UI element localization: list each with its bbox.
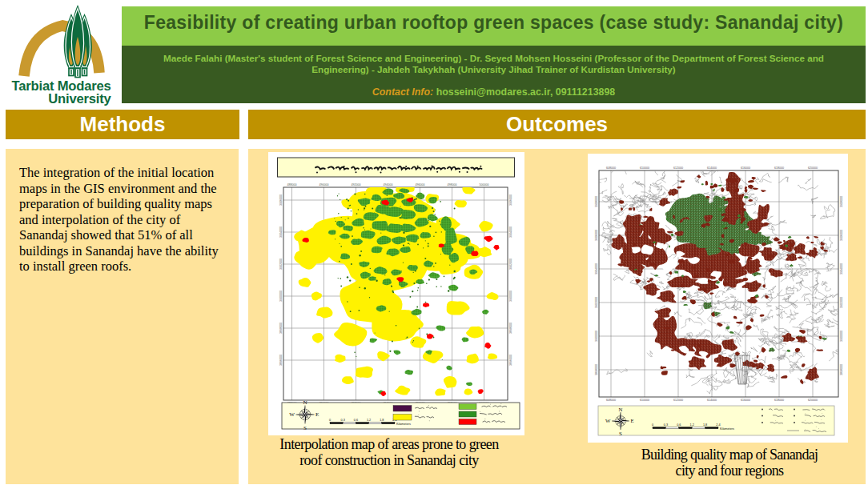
svg-text:490000: 490000 [319,183,329,186]
svg-text:620000: 620000 [808,399,818,402]
svg-text:612000: 612000 [673,166,683,170]
svg-text:3900000: 3900000 [840,331,843,342]
svg-text:S: S [303,425,307,431]
svg-text:3896000: 3896000 [509,355,512,366]
svg-text:0.3: 0.3 [664,423,668,427]
svg-text:W: W [605,418,611,423]
svg-text:0.3: 0.3 [341,419,345,422]
svg-text:1.2: 1.2 [367,419,371,422]
svg-text:612000: 612000 [673,399,683,402]
svg-text:3900000: 3900000 [509,291,512,302]
svg-text:614000: 614000 [707,399,717,402]
svg-text:Kilometers: Kilometers [396,423,411,426]
svg-text:616000: 616000 [741,399,750,402]
svg-text:494000: 494000 [384,183,393,186]
svg-text:3900000: 3900000 [595,331,598,342]
svg-text:3904000: 3904000 [595,263,598,275]
svg-text:3898000: 3898000 [595,364,598,375]
svg-text:E: E [315,411,319,418]
svg-text:616000: 616000 [741,166,750,170]
svg-text:3906000: 3906000 [279,194,283,206]
svg-text:N: N [619,407,623,412]
svg-text:3900000: 3900000 [279,291,283,302]
svg-text:0.6: 0.6 [354,419,358,422]
svg-text:3906000: 3906000 [509,194,512,206]
svg-text:0.6: 0.6 [677,423,681,427]
svg-text:3902000: 3902000 [279,259,283,270]
svg-text:618000: 618000 [774,399,784,402]
svg-text:608000: 608000 [606,399,616,402]
svg-text:614000: 614000 [707,166,717,170]
svg-text:E: E [631,418,634,423]
svg-text:1.2: 1.2 [690,423,694,427]
svg-text:3904000: 3904000 [840,263,843,275]
svg-text:3902000: 3902000 [595,297,598,308]
svg-text:N: N [303,399,307,406]
svg-text:3898000: 3898000 [840,364,843,375]
svg-text:492000: 492000 [352,183,361,186]
svg-text:3906000: 3906000 [595,230,598,241]
svg-text:Kilometers: Kilometers [720,427,734,431]
svg-text:0: 0 [329,419,331,422]
svg-text:1.8: 1.8 [380,419,384,422]
svg-text:610000: 610000 [640,399,649,402]
svg-text:0: 0 [652,423,653,427]
svg-text:University: University [48,91,111,106]
svg-text:3902000: 3902000 [840,297,843,308]
svg-text:3904000: 3904000 [279,226,283,238]
svg-text:488000: 488000 [287,183,297,186]
svg-text:3898000: 3898000 [279,323,283,334]
svg-text:618000: 618000 [774,166,784,170]
svg-text:1.8: 1.8 [703,423,707,427]
svg-text:500000: 500000 [480,183,489,186]
svg-text:W: W [289,411,295,418]
svg-text:3906000: 3906000 [840,230,843,241]
svg-text:3896000: 3896000 [279,355,283,366]
svg-text:3908000: 3908000 [595,196,598,207]
svg-text:608000: 608000 [606,166,616,170]
svg-text:S: S [619,431,622,436]
svg-text:3898000: 3898000 [509,323,512,334]
svg-text:3908000: 3908000 [840,196,843,207]
svg-text:3904000: 3904000 [509,226,512,238]
svg-text:620000: 620000 [808,166,818,170]
svg-text:3902000: 3902000 [509,259,512,270]
svg-text:496000: 496000 [416,183,425,186]
svg-text:2.4: 2.4 [716,423,720,427]
svg-text:498000: 498000 [448,183,457,186]
svg-text:610000: 610000 [640,166,649,170]
